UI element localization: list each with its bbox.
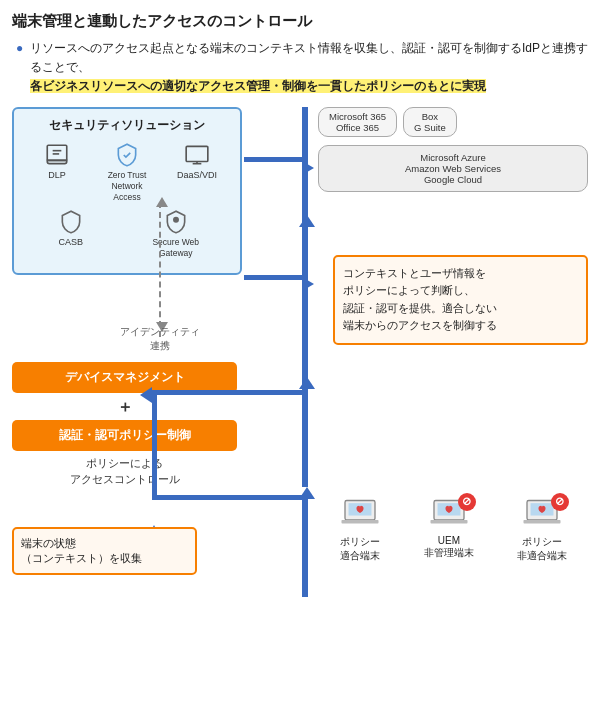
endpoint-noncompliant: ⊘ ポリシー 非適合端末 <box>517 497 567 563</box>
diagram: セキュリティソリューション DLP <box>12 107 588 597</box>
context-collect-box: 端末の状態 （コンテキスト）を収集 <box>12 527 197 575</box>
laptop-svg-1 <box>341 497 379 527</box>
security-solutions-title: セキュリティソリューション <box>22 117 232 134</box>
ztna-item: Zero TrustNetwork Access <box>100 142 155 203</box>
endpoint-noncompliant-icon: ⊘ <box>521 497 563 531</box>
policy-control-text: ポリシーによる アクセスコントロール <box>12 455 237 488</box>
dashed-identity-line <box>159 202 161 337</box>
daas-item: DaaS/VDI <box>170 142 225 203</box>
swg-item: Secure WebGateway <box>141 209 211 259</box>
plus-icon: ＋ <box>12 397 237 418</box>
no-sign-uem: ⊘ <box>458 493 476 511</box>
security-solutions-box: セキュリティソリューション DLP <box>12 107 242 275</box>
svg-rect-12 <box>430 520 467 524</box>
endpoint-uem-label: UEM 非管理端末 <box>424 535 474 560</box>
blue-vertical-line-bottom <box>302 497 308 597</box>
svg-point-6 <box>174 217 178 221</box>
blue-vert-left-connector <box>152 390 157 500</box>
blue-horiz-connector-mid <box>244 275 306 280</box>
context-desc-text: コンテキストとユーザ情報を ポリシーによって判断し、 認証・認可を提供。適合しな… <box>343 267 497 332</box>
endpoint-noncompliant-label: ポリシー 非適合端末 <box>517 535 567 563</box>
blue-arrow-up2 <box>299 377 315 389</box>
casb-label: CASB <box>58 237 83 247</box>
ztna-label: Zero TrustNetwork Access <box>100 170 155 203</box>
bullet-section: リソースへのアクセス起点となる端末のコンテキスト情報を収集し、認証・認可を制御す… <box>12 39 588 97</box>
context-desc-box: コンテキストとユーザ情報を ポリシーによって判断し、 認証・認可を提供。適合しな… <box>333 255 588 345</box>
blue-arrow-up-saas <box>299 215 315 227</box>
saas-row: Microsoft 365Office 365 BoxG Suite <box>318 107 588 137</box>
dashed-arrow-up <box>156 197 168 207</box>
blue-right-arrow-mid <box>302 277 314 291</box>
bullet-text: リソースへのアクセス起点となる端末のコンテキスト情報を収集し、認証・認可を制御す… <box>16 39 588 97</box>
dlp-item: DLP <box>30 142 85 203</box>
device-mgmt-box: デバイスマネジメント <box>12 362 237 393</box>
endpoint-uem-icon: ⊘ <box>428 497 470 531</box>
security-icons-row2: CASB Secure WebGateway <box>22 209 232 259</box>
endpoints-section: ポリシー 適合端末 ⊘ UEM 非管理端末 <box>318 497 588 563</box>
ms365-pill: Microsoft 365Office 365 <box>318 107 397 137</box>
device-management-section: デバイスマネジメント ＋ 認証・認可ポリシー制御 ポリシーによる アクセスコント… <box>12 362 237 488</box>
page-container: 端末管理と連動したアクセスのコントロール リソースへのアクセス起点となる端末のコ… <box>12 10 588 597</box>
dlp-label: DLP <box>48 170 66 180</box>
daas-label: DaaS/VDI <box>177 170 217 180</box>
auth-policy-box: 認証・認可ポリシー制御 <box>12 420 237 451</box>
page-title: 端末管理と連動したアクセスのコントロール <box>12 10 588 31</box>
security-icons-row1: DLP Zero TrustNetwork Access <box>22 142 232 203</box>
identity-relay-label: アイデンティティ 連携 <box>120 325 200 353</box>
cloud-infra-pill: Microsoft AzureAmazon Web ServicesGoogle… <box>318 145 588 192</box>
highlight-text: 各ビジネスリソースへの適切なアクセス管理・制御を一貫したポリシーのもとに実現 <box>30 79 486 93</box>
box-gsuite-pill: BoxG Suite <box>403 107 457 137</box>
endpoint-compliant-icon <box>339 497 381 531</box>
blue-left-arrow <box>140 387 152 403</box>
blue-horiz-bottom <box>152 495 305 500</box>
svg-rect-0 <box>47 145 67 160</box>
svg-rect-15 <box>523 520 560 524</box>
saas-cloud-group: Microsoft 365Office 365 BoxG Suite Micro… <box>318 107 588 192</box>
svg-rect-3 <box>186 146 208 161</box>
blue-horiz-bottom2 <box>152 390 305 395</box>
svg-rect-9 <box>342 520 379 524</box>
casb-item: CASB <box>43 209 98 259</box>
no-sign-noncompliant: ⊘ <box>551 493 569 511</box>
blue-arrow-up-endpoints <box>299 487 315 499</box>
blue-right-arrow-top <box>302 161 314 175</box>
endpoint-compliant-label: ポリシー 適合端末 <box>340 535 380 563</box>
endpoint-compliant: ポリシー 適合端末 <box>339 497 381 563</box>
blue-horiz-connector-top <box>244 157 306 162</box>
endpoint-uem: ⊘ UEM 非管理端末 <box>424 497 474 560</box>
